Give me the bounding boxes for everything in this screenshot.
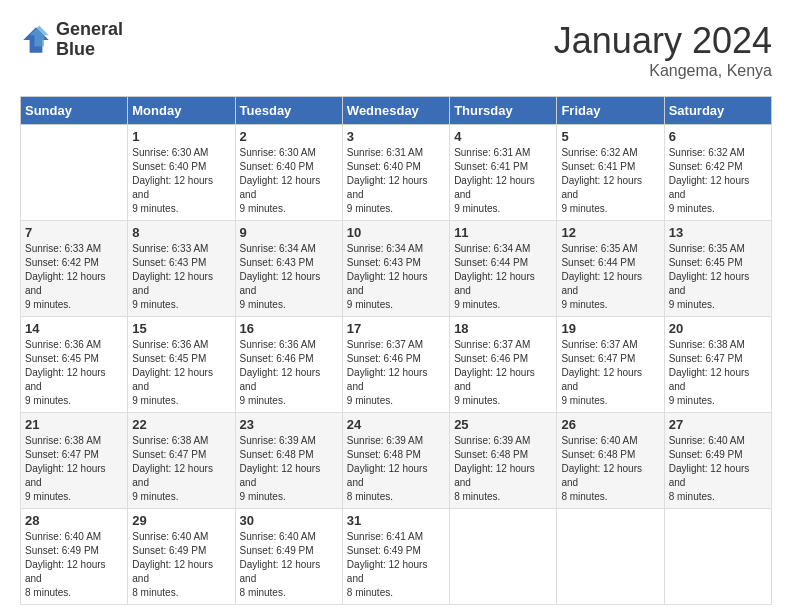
- calendar-table: SundayMondayTuesdayWednesdayThursdayFrid…: [20, 96, 772, 605]
- day-cell: 5Sunrise: 6:32 AMSunset: 6:41 PMDaylight…: [557, 125, 664, 221]
- day-info: Sunrise: 6:34 AMSunset: 6:44 PMDaylight:…: [454, 242, 552, 312]
- weekday-header-row: SundayMondayTuesdayWednesdayThursdayFrid…: [21, 97, 772, 125]
- logo-line2: Blue: [56, 40, 123, 60]
- day-number: 24: [347, 417, 445, 432]
- day-cell: 18Sunrise: 6:37 AMSunset: 6:46 PMDayligh…: [450, 317, 557, 413]
- day-number: 21: [25, 417, 123, 432]
- day-number: 7: [25, 225, 123, 240]
- day-info: Sunrise: 6:39 AMSunset: 6:48 PMDaylight:…: [454, 434, 552, 504]
- weekday-header-saturday: Saturday: [664, 97, 771, 125]
- day-number: 9: [240, 225, 338, 240]
- day-info: Sunrise: 6:32 AMSunset: 6:42 PMDaylight:…: [669, 146, 767, 216]
- day-info: Sunrise: 6:40 AMSunset: 6:49 PMDaylight:…: [132, 530, 230, 600]
- weekday-header-wednesday: Wednesday: [342, 97, 449, 125]
- day-info: Sunrise: 6:34 AMSunset: 6:43 PMDaylight:…: [347, 242, 445, 312]
- location: Kangema, Kenya: [554, 62, 772, 80]
- logo-line1: General: [56, 20, 123, 40]
- day-cell: 13Sunrise: 6:35 AMSunset: 6:45 PMDayligh…: [664, 221, 771, 317]
- day-number: 19: [561, 321, 659, 336]
- day-cell: 7Sunrise: 6:33 AMSunset: 6:42 PMDaylight…: [21, 221, 128, 317]
- day-number: 15: [132, 321, 230, 336]
- week-row-4: 21Sunrise: 6:38 AMSunset: 6:47 PMDayligh…: [21, 413, 772, 509]
- day-cell: 26Sunrise: 6:40 AMSunset: 6:48 PMDayligh…: [557, 413, 664, 509]
- day-number: 3: [347, 129, 445, 144]
- logo-text: General Blue: [56, 20, 123, 60]
- day-number: 23: [240, 417, 338, 432]
- day-number: 25: [454, 417, 552, 432]
- week-row-5: 28Sunrise: 6:40 AMSunset: 6:49 PMDayligh…: [21, 509, 772, 605]
- day-cell: 24Sunrise: 6:39 AMSunset: 6:48 PMDayligh…: [342, 413, 449, 509]
- day-info: Sunrise: 6:34 AMSunset: 6:43 PMDaylight:…: [240, 242, 338, 312]
- day-number: 14: [25, 321, 123, 336]
- day-number: 16: [240, 321, 338, 336]
- day-cell: 31Sunrise: 6:41 AMSunset: 6:49 PMDayligh…: [342, 509, 449, 605]
- day-info: Sunrise: 6:40 AMSunset: 6:49 PMDaylight:…: [25, 530, 123, 600]
- day-cell: 12Sunrise: 6:35 AMSunset: 6:44 PMDayligh…: [557, 221, 664, 317]
- day-info: Sunrise: 6:36 AMSunset: 6:46 PMDaylight:…: [240, 338, 338, 408]
- day-info: Sunrise: 6:36 AMSunset: 6:45 PMDaylight:…: [25, 338, 123, 408]
- day-info: Sunrise: 6:30 AMSunset: 6:40 PMDaylight:…: [240, 146, 338, 216]
- day-cell: 19Sunrise: 6:37 AMSunset: 6:47 PMDayligh…: [557, 317, 664, 413]
- day-info: Sunrise: 6:36 AMSunset: 6:45 PMDaylight:…: [132, 338, 230, 408]
- day-number: 8: [132, 225, 230, 240]
- day-info: Sunrise: 6:39 AMSunset: 6:48 PMDaylight:…: [240, 434, 338, 504]
- day-info: Sunrise: 6:38 AMSunset: 6:47 PMDaylight:…: [132, 434, 230, 504]
- day-number: 6: [669, 129, 767, 144]
- day-cell: 10Sunrise: 6:34 AMSunset: 6:43 PMDayligh…: [342, 221, 449, 317]
- day-cell: 27Sunrise: 6:40 AMSunset: 6:49 PMDayligh…: [664, 413, 771, 509]
- day-cell: 14Sunrise: 6:36 AMSunset: 6:45 PMDayligh…: [21, 317, 128, 413]
- day-cell: 30Sunrise: 6:40 AMSunset: 6:49 PMDayligh…: [235, 509, 342, 605]
- day-number: 28: [25, 513, 123, 528]
- day-info: Sunrise: 6:32 AMSunset: 6:41 PMDaylight:…: [561, 146, 659, 216]
- day-number: 10: [347, 225, 445, 240]
- day-number: 11: [454, 225, 552, 240]
- day-cell: [21, 125, 128, 221]
- day-cell: 1Sunrise: 6:30 AMSunset: 6:40 PMDaylight…: [128, 125, 235, 221]
- weekday-header-sunday: Sunday: [21, 97, 128, 125]
- day-info: Sunrise: 6:33 AMSunset: 6:43 PMDaylight:…: [132, 242, 230, 312]
- day-info: Sunrise: 6:35 AMSunset: 6:44 PMDaylight:…: [561, 242, 659, 312]
- logo-icon: [20, 24, 52, 56]
- week-row-1: 1Sunrise: 6:30 AMSunset: 6:40 PMDaylight…: [21, 125, 772, 221]
- day-info: Sunrise: 6:30 AMSunset: 6:40 PMDaylight:…: [132, 146, 230, 216]
- day-number: 2: [240, 129, 338, 144]
- day-cell: 20Sunrise: 6:38 AMSunset: 6:47 PMDayligh…: [664, 317, 771, 413]
- day-cell: 23Sunrise: 6:39 AMSunset: 6:48 PMDayligh…: [235, 413, 342, 509]
- day-info: Sunrise: 6:38 AMSunset: 6:47 PMDaylight:…: [25, 434, 123, 504]
- week-row-3: 14Sunrise: 6:36 AMSunset: 6:45 PMDayligh…: [21, 317, 772, 413]
- day-info: Sunrise: 6:40 AMSunset: 6:49 PMDaylight:…: [240, 530, 338, 600]
- day-number: 4: [454, 129, 552, 144]
- day-cell: 9Sunrise: 6:34 AMSunset: 6:43 PMDaylight…: [235, 221, 342, 317]
- day-cell: 22Sunrise: 6:38 AMSunset: 6:47 PMDayligh…: [128, 413, 235, 509]
- day-info: Sunrise: 6:31 AMSunset: 6:40 PMDaylight:…: [347, 146, 445, 216]
- day-cell: 16Sunrise: 6:36 AMSunset: 6:46 PMDayligh…: [235, 317, 342, 413]
- day-cell: [450, 509, 557, 605]
- weekday-header-tuesday: Tuesday: [235, 97, 342, 125]
- day-number: 22: [132, 417, 230, 432]
- week-row-2: 7Sunrise: 6:33 AMSunset: 6:42 PMDaylight…: [21, 221, 772, 317]
- day-number: 29: [132, 513, 230, 528]
- day-info: Sunrise: 6:38 AMSunset: 6:47 PMDaylight:…: [669, 338, 767, 408]
- day-number: 31: [347, 513, 445, 528]
- day-info: Sunrise: 6:35 AMSunset: 6:45 PMDaylight:…: [669, 242, 767, 312]
- month-title: January 2024: [554, 20, 772, 62]
- day-number: 18: [454, 321, 552, 336]
- day-info: Sunrise: 6:37 AMSunset: 6:46 PMDaylight:…: [454, 338, 552, 408]
- day-cell: 15Sunrise: 6:36 AMSunset: 6:45 PMDayligh…: [128, 317, 235, 413]
- day-cell: [664, 509, 771, 605]
- day-number: 13: [669, 225, 767, 240]
- day-info: Sunrise: 6:39 AMSunset: 6:48 PMDaylight:…: [347, 434, 445, 504]
- page-header: General Blue January 2024 Kangema, Kenya: [20, 20, 772, 80]
- day-cell: 21Sunrise: 6:38 AMSunset: 6:47 PMDayligh…: [21, 413, 128, 509]
- day-number: 5: [561, 129, 659, 144]
- title-block: January 2024 Kangema, Kenya: [554, 20, 772, 80]
- day-number: 20: [669, 321, 767, 336]
- day-info: Sunrise: 6:33 AMSunset: 6:42 PMDaylight:…: [25, 242, 123, 312]
- day-info: Sunrise: 6:37 AMSunset: 6:47 PMDaylight:…: [561, 338, 659, 408]
- day-number: 17: [347, 321, 445, 336]
- day-info: Sunrise: 6:40 AMSunset: 6:49 PMDaylight:…: [669, 434, 767, 504]
- day-number: 30: [240, 513, 338, 528]
- day-cell: 2Sunrise: 6:30 AMSunset: 6:40 PMDaylight…: [235, 125, 342, 221]
- weekday-header-friday: Friday: [557, 97, 664, 125]
- day-info: Sunrise: 6:37 AMSunset: 6:46 PMDaylight:…: [347, 338, 445, 408]
